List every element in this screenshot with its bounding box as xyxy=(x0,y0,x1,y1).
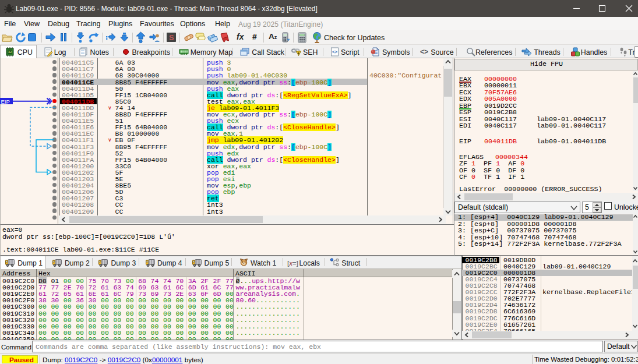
svg-text:32: 32 xyxy=(8,50,12,54)
svg-text:<>: <> xyxy=(332,50,337,55)
